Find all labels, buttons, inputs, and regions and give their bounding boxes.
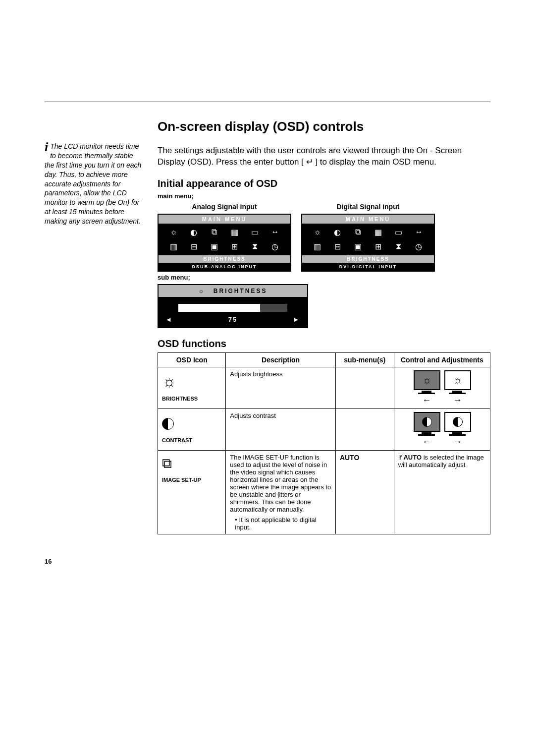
osd-preview-row: Analog Signal input MAIN MENU ☼ ◐ ⧉ ▦ ▭ … (158, 203, 490, 272)
submenu-title: BRIGHTNESS (214, 288, 268, 294)
osd-input-digital: DVI-DIGITAL INPUT (302, 263, 434, 271)
desc-text: The IMAGE SET-UP function is used to adj… (230, 454, 331, 513)
horizontal-rule (45, 102, 490, 102)
icon-cell-brightness: ☼ BRIGHTNESS (158, 367, 226, 408)
table-header-row: OSD Icon Description sub-menu(s) Control… (158, 352, 490, 367)
color-icon: ▥ (308, 242, 327, 251)
size-icon: ▭ (245, 228, 265, 237)
osd-icon-grid-d: ☼ ◐ ⧉ ▦ ▭ ↔ ▥ ⊟ ▣ ⊞ ⧗ ◷ (302, 224, 434, 255)
monitor-screen-icon: ☼ (444, 370, 471, 390)
monitor-light: ☼ → (444, 370, 470, 406)
submenu-body: ◄ 75 ► (159, 297, 307, 327)
brightness-bar-fill (178, 304, 260, 312)
input-icon: ⊟ (328, 242, 347, 251)
clock-icon: ◷ (266, 242, 285, 251)
monitor-dark: ← (414, 412, 439, 447)
desc-cell: Adjusts contrast (226, 408, 336, 450)
arrow-right-icon: → (444, 395, 470, 406)
icon-label: BRIGHTNESS (162, 396, 198, 402)
language-icon: ⊞ (369, 242, 388, 251)
osd-analog-column: Analog Signal input MAIN MENU ☼ ◐ ⧉ ▦ ▭ … (158, 203, 291, 272)
monitor-screen-icon (444, 412, 471, 432)
image-setup-icon: ⧉ (205, 228, 224, 237)
table-row: CONTRAST Adjusts contrast ← (158, 408, 490, 450)
sidebar-note: i The LCD monitor needs time to become t… (45, 119, 144, 534)
intro-paragraph: The settings adjustable with the user co… (158, 145, 490, 168)
sub-cell (335, 367, 394, 408)
sub-menu-label: sub menu; (158, 274, 490, 281)
document-page: i The LCD monitor needs time to become t… (0, 0, 535, 756)
osd-icon-grid: ☼ ◐ ⧉ ▦ ▭ ↔ ▥ ⊟ ▣ ⊞ ⧗ ◷ (159, 224, 290, 255)
osd-box-digital: MAIN MENU ☼ ◐ ⧉ ▦ ▭ ↔ ▥ ⊟ ▣ ⊞ ⧗ (301, 214, 435, 272)
left-arrow-icon: ◄ (165, 316, 173, 323)
color-icon: ▥ (164, 242, 183, 251)
clock-icon: ◷ (409, 242, 428, 251)
icon-cell-image-setup: ⧉ IMAGE SET-UP (158, 450, 226, 534)
main-column: On-screen display (OSD) controls The set… (158, 119, 490, 534)
right-arrow-icon: ► (293, 316, 300, 323)
brightness-icon: ☼ (308, 228, 327, 237)
submenu-header: ☼ BRIGHTNESS (159, 285, 307, 297)
brightness-icon: ☼ (164, 228, 183, 237)
contrast-icon (162, 414, 221, 432)
contrast-icon: ◐ (184, 228, 204, 237)
table-row: ☼ BRIGHTNESS Adjusts brightness ☼ ← (158, 367, 490, 408)
brightness-value: 75 (228, 316, 237, 323)
main-menu-label: main menu; (158, 192, 490, 200)
osd-submenu-box: ☼ BRIGHTNESS ◄ 75 ► (158, 284, 308, 328)
th-adj: Control and Adjustments (394, 352, 490, 367)
osd-functions-table: OSD Icon Description sub-menu(s) Control… (158, 352, 490, 534)
monitor-screen-icon (414, 412, 440, 432)
sub-cell: AUTO (335, 450, 394, 534)
input-icon: ⊟ (184, 242, 204, 251)
monitor-dark: ☼ ← (414, 370, 439, 406)
auto-bold: AUTO (403, 454, 422, 461)
brightness-bar (178, 304, 287, 312)
icon-label: CONTRAST (162, 437, 192, 443)
monitor-screen-icon: ☼ (414, 370, 440, 390)
osd-digital-column: Digital Signal input MAIN MENU ☼ ◐ ⧉ ▦ ▭… (301, 203, 435, 272)
sub-cell (335, 408, 394, 450)
osd-subtitle-d: BRIGHTNESS (302, 255, 434, 263)
monitor-pair: ☼ ← ☼ → (398, 370, 486, 406)
sun-icon: ☼ (198, 288, 205, 294)
osd-subtitle: BRIGHTNESS (159, 255, 290, 263)
desc-cell: The IMAGE SET-UP function is used to adj… (226, 450, 336, 534)
timer-icon: ⧗ (389, 242, 408, 251)
reset-icon: ↔ (409, 228, 428, 237)
brightness-icon: ☼ (162, 372, 221, 391)
icon-cell-contrast: CONTRAST (158, 408, 226, 450)
size-icon: ▭ (389, 228, 408, 237)
position-icon: ▦ (225, 228, 244, 237)
arrow-right-icon: → (444, 437, 470, 447)
table-row: ⧉ IMAGE SET-UP The IMAGE SET-UP function… (158, 450, 490, 534)
arrow-left-icon: ← (414, 437, 439, 447)
th-desc: Description (226, 352, 336, 367)
language-icon: ⊞ (225, 242, 244, 251)
sidebar-text: The LCD monitor needs time to become the… (45, 142, 141, 225)
adj-cell: If AUTO is selected the image will autom… (394, 450, 490, 534)
heading-2a: Initial appearance of OSD (158, 178, 490, 189)
adj-cell: ☼ ← ☼ → (394, 367, 490, 408)
info-osd-icon: ▣ (348, 242, 368, 251)
digital-title: Digital Signal input (301, 203, 435, 211)
th-icon: OSD Icon (158, 352, 226, 367)
content-area: i The LCD monitor needs time to become t… (45, 99, 490, 534)
page-number: 16 (45, 558, 52, 565)
info-osd-icon: ▣ (205, 242, 224, 251)
reset-icon: ↔ (266, 228, 285, 237)
image-setup-icon: ⧉ (162, 456, 221, 472)
monitor-pair: ← → (398, 412, 486, 447)
contrast-icon: ◐ (328, 228, 347, 237)
image-setup-icon: ⧉ (348, 228, 368, 237)
th-sub: sub-menu(s) (335, 352, 394, 367)
osd-main-title-d: MAIN MENU (302, 215, 434, 224)
adj-cell: ← → (394, 408, 490, 450)
osd-main-title: MAIN MENU (159, 215, 290, 224)
desc-bullet: • It is not applicable to digital input. (230, 516, 331, 531)
timer-icon: ⧗ (245, 242, 265, 251)
monitor-light: → (444, 412, 470, 447)
analog-title: Analog Signal input (158, 203, 291, 211)
position-icon: ▦ (369, 228, 388, 237)
osd-input-analog: DSUB-ANALOG INPUT (159, 263, 290, 271)
